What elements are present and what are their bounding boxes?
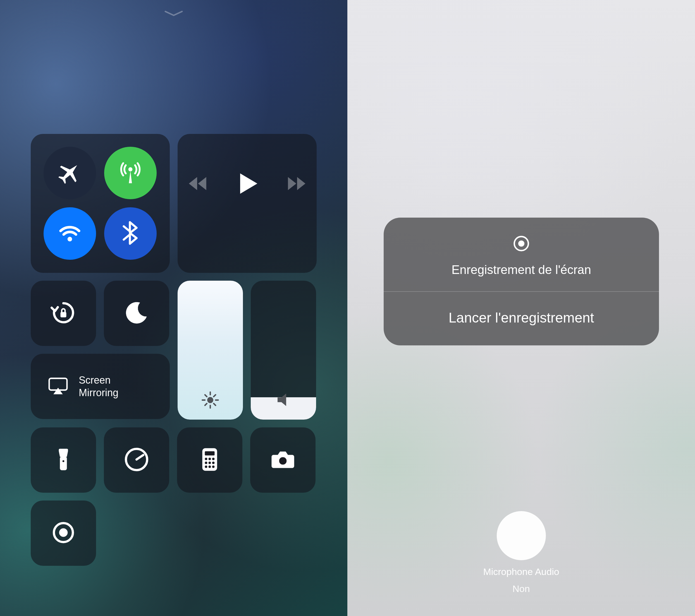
dismiss-chevron-icon[interactable] xyxy=(163,8,185,19)
svg-point-23 xyxy=(205,461,207,464)
start-recording-button[interactable]: Lancer l'enregistrement xyxy=(384,292,659,346)
svg-line-12 xyxy=(205,403,207,405)
calculator-icon xyxy=(196,445,224,475)
svg-point-29 xyxy=(279,457,287,465)
screen-record-button[interactable] xyxy=(31,500,96,566)
svg-line-9 xyxy=(205,395,207,397)
microphone-toggle[interactable]: Microphone Audio Non xyxy=(483,511,559,594)
svg-point-1 xyxy=(68,237,72,242)
svg-rect-2 xyxy=(61,312,66,317)
orientation-lock-icon xyxy=(49,299,77,328)
record-icon xyxy=(511,233,532,255)
flashlight-button[interactable] xyxy=(31,427,96,493)
airplay-icon xyxy=(46,374,70,399)
orientation-lock-toggle[interactable] xyxy=(31,281,96,346)
media-controls-module[interactable] xyxy=(177,134,317,273)
svg-point-25 xyxy=(212,461,215,464)
microphone-status: Non xyxy=(512,583,530,594)
screen-mirroring-button[interactable]: Screen Mirroring xyxy=(31,354,170,419)
bluetooth-toggle[interactable] xyxy=(104,207,157,260)
rewind-icon[interactable] xyxy=(186,173,208,196)
speaker-icon xyxy=(274,390,293,411)
svg-rect-19 xyxy=(205,451,215,456)
fast-forward-icon[interactable] xyxy=(286,173,308,196)
svg-rect-14 xyxy=(59,449,68,452)
do-not-disturb-toggle[interactable] xyxy=(104,281,169,346)
antenna-icon xyxy=(118,160,143,186)
camera-button[interactable] xyxy=(250,427,316,493)
bluetooth-icon xyxy=(118,220,143,247)
svg-point-24 xyxy=(208,461,211,464)
popup-title: Enregistrement de l'écran xyxy=(452,263,591,277)
svg-point-22 xyxy=(212,458,215,460)
airplane-mode-toggle[interactable] xyxy=(44,147,96,199)
timer-icon xyxy=(123,445,151,475)
flashlight-icon xyxy=(49,445,77,475)
wifi-toggle[interactable] xyxy=(44,207,96,260)
svg-point-4 xyxy=(207,397,213,403)
svg-line-17 xyxy=(137,455,143,459)
camera-icon xyxy=(269,445,297,475)
microphone-label: Microphone Audio xyxy=(483,566,559,577)
timer-button[interactable] xyxy=(104,427,169,493)
record-icon xyxy=(49,518,77,548)
play-icon[interactable] xyxy=(234,170,260,198)
svg-line-11 xyxy=(214,395,216,397)
svg-point-0 xyxy=(129,168,133,172)
airplane-icon xyxy=(57,160,83,186)
svg-point-26 xyxy=(205,465,207,468)
screen-mirroring-label: Screen Mirroring xyxy=(79,374,118,399)
screen-recording-popup: Enregistrement de l'écran Lancer l'enreg… xyxy=(384,217,659,346)
brightness-slider[interactable] xyxy=(177,281,243,420)
cellular-data-toggle[interactable] xyxy=(104,147,157,199)
svg-point-28 xyxy=(212,465,215,468)
svg-point-27 xyxy=(208,465,211,468)
wifi-icon xyxy=(57,220,83,247)
svg-point-15 xyxy=(62,460,65,462)
svg-point-21 xyxy=(208,458,211,460)
screen-recording-detail-pane: Enregistrement de l'écran Lancer l'enreg… xyxy=(348,0,695,616)
calculator-button[interactable] xyxy=(177,427,242,493)
popup-header: Enregistrement de l'écran xyxy=(384,217,659,291)
svg-rect-13 xyxy=(60,457,67,470)
svg-point-33 xyxy=(518,241,524,247)
microphone-icon xyxy=(497,511,546,560)
svg-point-20 xyxy=(205,458,207,460)
control-center-pane: Screen Mirroring xyxy=(0,0,348,616)
sun-icon xyxy=(201,391,220,411)
control-center-grid: Screen Mirroring xyxy=(31,134,317,574)
connectivity-module[interactable] xyxy=(31,134,170,273)
moon-icon xyxy=(123,299,151,328)
svg-point-31 xyxy=(59,528,68,537)
volume-slider[interactable] xyxy=(251,281,316,420)
svg-line-10 xyxy=(214,403,216,405)
